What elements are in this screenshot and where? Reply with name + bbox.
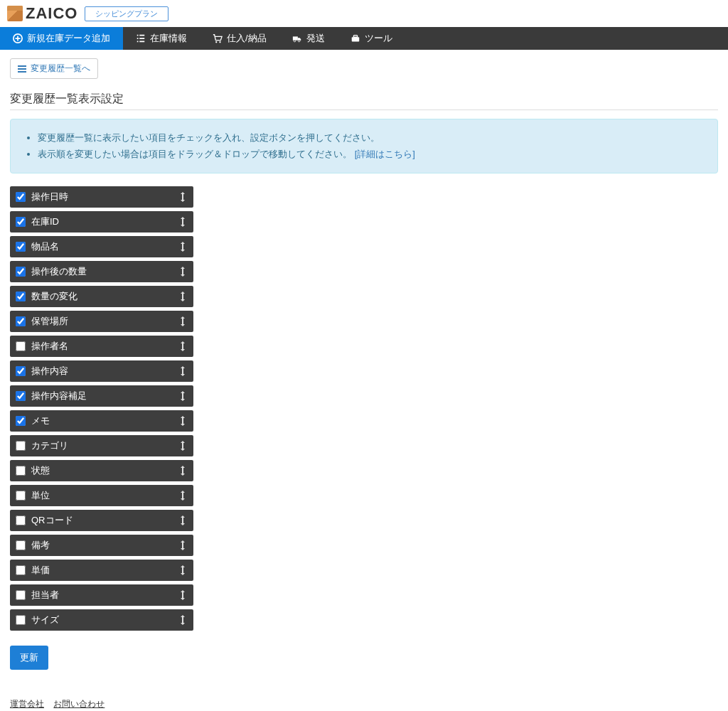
footer-contact-link[interactable]: お問い合わせ (53, 699, 105, 709)
drag-handle-icon[interactable] (178, 564, 188, 577)
update-button[interactable]: 更新 (10, 646, 48, 670)
field-checkbox[interactable] (16, 615, 26, 625)
field-row[interactable]: QRコード (10, 510, 193, 531)
content: 変更履歴一覧へ 変更履歴一覧表示設定 変更履歴一覧に表示したい項目をチェックを入… (0, 50, 728, 691)
field-label: カテゴリ (31, 439, 178, 452)
page-title: 変更履歴一覧表示設定 (10, 92, 718, 110)
field-checkbox[interactable] (16, 242, 26, 252)
plus-circle-icon (13, 33, 23, 43)
back-button-label: 変更履歴一覧へ (31, 63, 90, 75)
toolbox-icon (350, 33, 360, 43)
drag-handle-icon[interactable] (178, 390, 188, 402)
svg-rect-9 (182, 219, 183, 225)
field-row[interactable]: 状態 (10, 460, 193, 481)
field-checkbox[interactable] (16, 441, 26, 451)
field-checkbox[interactable] (16, 515, 26, 525)
drag-handle-icon[interactable] (178, 589, 188, 602)
svg-rect-7 (353, 36, 357, 38)
drag-handle-icon[interactable] (178, 240, 188, 253)
drag-handle-icon[interactable] (178, 290, 188, 303)
truck-icon (292, 33, 302, 43)
field-checkbox[interactable] (16, 267, 26, 277)
plan-badge[interactable]: シッピングプラン (85, 6, 168, 21)
field-row[interactable]: メモ (10, 410, 193, 432)
field-checkbox[interactable] (16, 590, 26, 600)
drag-handle-icon[interactable] (178, 315, 188, 328)
nav-item-3[interactable]: 発送 (279, 27, 338, 50)
drag-handle-icon[interactable] (178, 614, 188, 626)
field-checkbox[interactable] (16, 540, 26, 550)
drag-handle-icon[interactable] (178, 439, 188, 452)
nav-item-label: 仕入/納品 (227, 32, 267, 45)
field-checkbox[interactable] (16, 565, 26, 575)
nav-item-4[interactable]: ツール (338, 27, 405, 50)
field-row[interactable]: サイズ (10, 609, 193, 631)
drag-handle-icon[interactable] (178, 489, 188, 502)
field-row[interactable]: 操作内容 (10, 360, 193, 382)
field-row[interactable]: カテゴリ (10, 435, 193, 456)
header: ZAICO シッピングプラン (0, 0, 728, 27)
navbar: 新規在庫データ追加在庫情報仕入/納品発送ツール (0, 27, 728, 50)
drag-handle-icon[interactable] (178, 365, 188, 378)
drag-handle-icon[interactable] (178, 514, 188, 527)
back-to-history-button[interactable]: 変更履歴一覧へ (10, 58, 98, 79)
field-checkbox[interactable] (16, 466, 26, 476)
field-checkbox[interactable] (16, 292, 26, 301)
field-checkbox[interactable] (16, 491, 26, 501)
logo[interactable]: ZAICO (7, 4, 77, 23)
field-row[interactable]: 操作内容補足 (10, 385, 193, 407)
nav-item-0[interactable]: 新規在庫データ追加 (0, 27, 123, 50)
drag-handle-icon[interactable] (178, 191, 188, 203)
field-row[interactable]: 担当者 (10, 584, 193, 606)
svg-rect-21 (182, 518, 183, 523)
list-icon (136, 33, 146, 43)
field-checkbox[interactable] (16, 192, 26, 202)
field-row[interactable]: 操作日時 (10, 186, 193, 208)
drag-handle-icon[interactable] (178, 539, 188, 552)
svg-rect-10 (182, 244, 183, 250)
drag-handle-icon[interactable] (178, 265, 188, 278)
nav-item-label: 在庫情報 (150, 32, 187, 45)
field-label: QRコード (31, 514, 178, 527)
drag-handle-icon[interactable] (178, 415, 188, 427)
field-row[interactable]: 在庫ID (10, 211, 193, 232)
details-link[interactable]: [詳細はこちら] (355, 149, 415, 159)
field-row[interactable]: 保管場所 (10, 311, 193, 332)
field-row[interactable]: 単価 (10, 560, 193, 581)
nav-item-label: 発送 (306, 32, 325, 45)
svg-rect-18 (182, 443, 183, 449)
svg-point-1 (215, 41, 217, 43)
svg-rect-23 (182, 567, 183, 573)
field-row[interactable]: 操作後の数量 (10, 261, 193, 282)
info-line-2: 表示順を変更したい場合は項目をドラッグ＆ドロップで移動してください。 [詳細はこ… (38, 146, 705, 162)
svg-rect-22 (182, 542, 183, 548)
nav-item-2[interactable]: 仕入/納品 (200, 27, 279, 50)
field-row[interactable]: 数量の変化 (10, 286, 193, 307)
footer-company-link[interactable]: 運営会社 (10, 699, 44, 709)
field-row[interactable]: 単位 (10, 485, 193, 506)
field-row[interactable]: 備考 (10, 535, 193, 556)
drag-handle-icon[interactable] (178, 464, 188, 477)
field-checkbox[interactable] (16, 316, 26, 326)
field-checkbox[interactable] (16, 391, 26, 401)
field-checkbox[interactable] (16, 341, 26, 351)
field-checkbox[interactable] (16, 366, 26, 376)
svg-rect-8 (182, 194, 183, 200)
svg-rect-24 (182, 592, 183, 598)
drag-handle-icon[interactable] (178, 340, 188, 353)
field-label: メモ (31, 415, 178, 427)
nav-item-label: 新規在庫データ追加 (27, 32, 110, 45)
field-label: 操作内容 (31, 365, 178, 378)
info-box: 変更履歴一覧に表示したい項目をチェックを入れ、設定ボタンを押してください。 表示… (10, 119, 718, 173)
field-label: 物品名 (31, 240, 178, 253)
field-row[interactable]: 物品名 (10, 236, 193, 257)
field-label: 操作後の数量 (31, 265, 178, 278)
field-label: サイズ (31, 614, 178, 626)
field-row[interactable]: 操作者名 (10, 336, 193, 357)
svg-rect-20 (182, 493, 183, 498)
field-checkbox[interactable] (16, 416, 26, 426)
nav-item-1[interactable]: 在庫情報 (123, 27, 200, 50)
info-line-1: 変更履歴一覧に表示したい項目をチェックを入れ、設定ボタンを押してください。 (38, 129, 705, 146)
field-checkbox[interactable] (16, 217, 26, 227)
drag-handle-icon[interactable] (178, 215, 188, 228)
